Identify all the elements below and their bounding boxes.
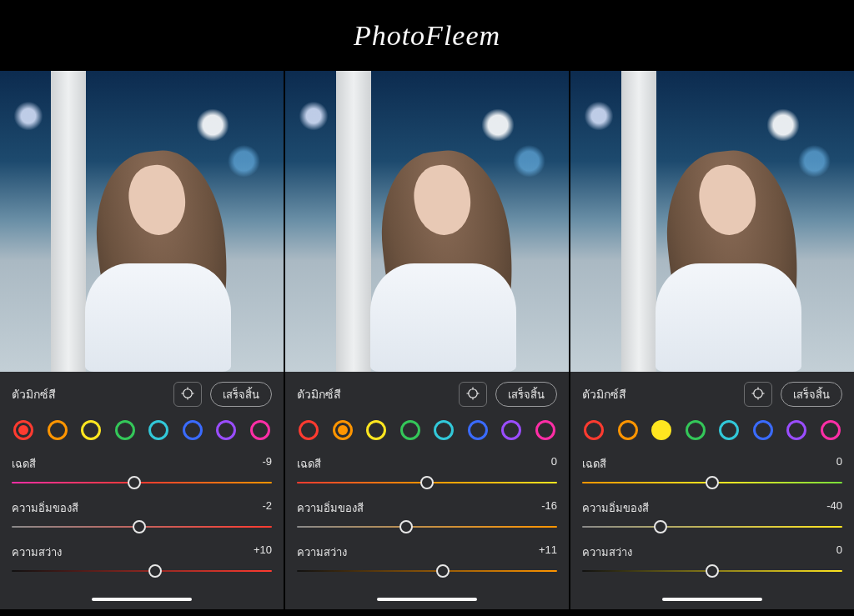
done-button[interactable]: เสร็จสิ้น — [210, 382, 272, 407]
slider-track[interactable] — [12, 520, 272, 533]
photo-preview — [570, 71, 854, 372]
slider-value: -9 — [262, 455, 272, 473]
slider-row: เฉดสี0 — [582, 455, 842, 489]
panel-title: ตัวมิกซ์สี — [12, 385, 56, 403]
slider-row: ความอิ่มของสี-40 — [582, 499, 842, 533]
color-swatch-aqua[interactable] — [434, 420, 454, 440]
slider-track[interactable] — [297, 564, 557, 578]
slider-thumb[interactable] — [706, 476, 719, 489]
slider-value: 0 — [836, 455, 842, 473]
panel-title: ตัวมิกซ์สี — [582, 385, 626, 403]
controls-area: ตัวมิกซ์สีเสร็จสิ้นเฉดสี0ความอิ่มของสี-4… — [570, 372, 854, 609]
slider-value: 0 — [551, 455, 557, 473]
color-swatch-aqua[interactable] — [148, 420, 168, 440]
color-swatch-blue[interactable] — [753, 420, 773, 440]
color-swatch-row — [12, 417, 272, 445]
slider-value: +10 — [254, 543, 272, 561]
slider-track[interactable] — [582, 564, 842, 578]
slider-track[interactable] — [297, 520, 557, 533]
color-swatch-row — [297, 417, 557, 445]
slider-value: +11 — [539, 543, 557, 561]
target-icon — [180, 386, 195, 403]
color-swatch-purple[interactable] — [501, 420, 521, 440]
slider-thumb[interactable] — [654, 520, 667, 533]
done-button[interactable]: เสร็จสิ้น — [781, 382, 842, 407]
target-icon — [751, 386, 766, 403]
brand-logo: PhotoFleem — [0, 0, 854, 71]
slider-row: ความสว่าง+10 — [12, 543, 272, 578]
slider-label: ความอิ่มของสี — [12, 499, 78, 517]
color-swatch-green[interactable] — [400, 420, 420, 440]
svg-point-5 — [469, 388, 478, 398]
color-swatch-yellow[interactable] — [651, 420, 671, 440]
color-swatch-magenta[interactable] — [250, 420, 270, 440]
target-adjust-button[interactable] — [459, 382, 487, 407]
color-swatch-orange[interactable] — [48, 420, 68, 440]
color-swatch-row — [582, 417, 842, 445]
slider-value: -40 — [826, 499, 842, 517]
color-swatch-red[interactable] — [584, 420, 604, 440]
slider-row: ความอิ่มของสี-16 — [297, 499, 557, 533]
slider-row: เฉดสี-9 — [12, 455, 272, 489]
slider-track[interactable] — [582, 476, 842, 489]
home-indicator — [92, 598, 192, 601]
photo-preview — [285, 71, 569, 372]
color-swatch-blue[interactable] — [468, 420, 488, 440]
color-swatch-aqua[interactable] — [719, 420, 739, 440]
slider-row: ความสว่าง+11 — [297, 543, 557, 578]
slider-row: เฉดสี0 — [297, 455, 557, 489]
slider-thumb[interactable] — [399, 520, 413, 533]
color-swatch-yellow[interactable] — [366, 420, 386, 440]
slider-value: -2 — [262, 499, 272, 517]
slider-thumb[interactable] — [706, 564, 719, 578]
target-adjust-button[interactable] — [744, 382, 772, 407]
color-swatch-magenta[interactable] — [821, 420, 841, 440]
svg-point-10 — [754, 388, 763, 398]
slider-thumb[interactable] — [436, 564, 450, 578]
controls-area: ตัวมิกซ์สีเสร็จสิ้นเฉดสี0ความอิ่มของสี-1… — [285, 372, 569, 609]
color-swatch-blue[interactable] — [183, 420, 203, 440]
editor-panel: ตัวมิกซ์สีเสร็จสิ้นเฉดสี-9ความอิ่มของสี-… — [0, 71, 284, 609]
slider-track[interactable] — [582, 520, 842, 533]
color-swatch-purple[interactable] — [216, 420, 236, 440]
target-adjust-button[interactable] — [173, 382, 202, 407]
slider-label: ความสว่าง — [12, 543, 62, 561]
home-indicator — [662, 598, 762, 601]
slider-thumb[interactable] — [128, 476, 141, 489]
slider-thumb[interactable] — [420, 476, 434, 489]
home-indicator — [377, 598, 477, 601]
slider-value: 0 — [836, 543, 842, 561]
slider-row: ความอิ่มของสี-2 — [12, 499, 272, 533]
slider-track[interactable] — [12, 476, 272, 489]
slider-label: ความอิ่มของสี — [582, 499, 649, 517]
svg-point-0 — [183, 388, 193, 398]
slider-label: ความสว่าง — [582, 543, 632, 561]
slider-track[interactable] — [297, 476, 557, 489]
slider-label: ความอิ่มของสี — [297, 499, 364, 517]
slider-label: ความสว่าง — [297, 543, 347, 561]
slider-thumb[interactable] — [148, 564, 162, 578]
slider-value: -16 — [541, 499, 557, 517]
slider-row: ความสว่าง0 — [582, 543, 842, 578]
color-swatch-green[interactable] — [686, 420, 706, 440]
editor-panel: ตัวมิกซ์สีเสร็จสิ้นเฉดสี0ความอิ่มของสี-4… — [570, 71, 854, 609]
photo-preview — [0, 71, 284, 372]
slider-track[interactable] — [12, 564, 272, 578]
color-swatch-yellow[interactable] — [81, 420, 101, 440]
panel-title: ตัวมิกซ์สี — [297, 385, 341, 403]
color-swatch-red[interactable] — [13, 420, 33, 440]
target-icon — [465, 386, 480, 403]
done-button[interactable]: เสร็จสิ้น — [495, 382, 557, 407]
color-swatch-green[interactable] — [115, 420, 135, 440]
color-swatch-purple[interactable] — [786, 420, 806, 440]
color-swatch-orange[interactable] — [333, 420, 353, 440]
slider-thumb[interactable] — [133, 520, 146, 533]
controls-area: ตัวมิกซ์สีเสร็จสิ้นเฉดสี-9ความอิ่มของสี-… — [0, 372, 284, 609]
editor-panel: ตัวมิกซ์สีเสร็จสิ้นเฉดสี0ความอิ่มของสี-1… — [285, 71, 569, 609]
color-swatch-red[interactable] — [299, 420, 319, 440]
color-swatch-magenta[interactable] — [535, 420, 555, 440]
slider-label: เฉดสี — [582, 455, 606, 473]
slider-label: เฉดสี — [12, 455, 36, 473]
slider-label: เฉดสี — [297, 455, 321, 473]
color-swatch-orange[interactable] — [618, 420, 638, 440]
